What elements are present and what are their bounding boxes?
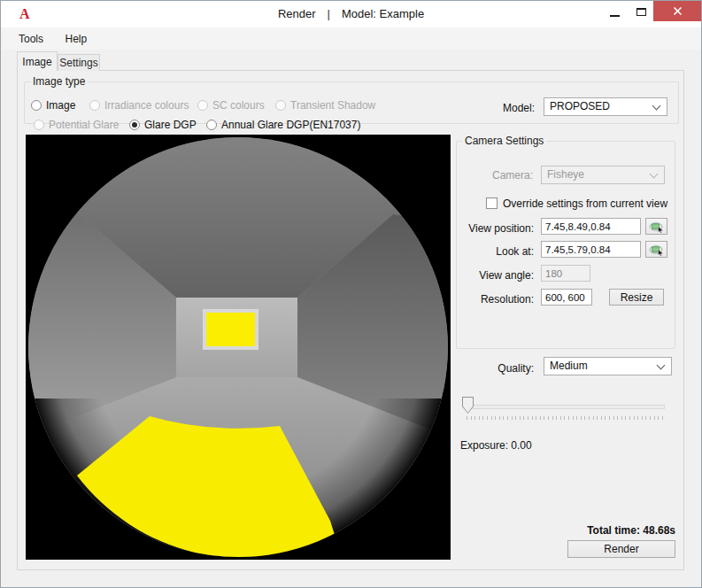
- camera-combobox-value: Fisheye: [547, 168, 584, 181]
- minimize-button[interactable]: [602, 1, 627, 23]
- exposure-slider-ticks: [467, 416, 663, 420]
- window-glare-patch: [206, 313, 255, 346]
- window-title-app: Render: [278, 7, 316, 20]
- radio-potential-glare: Potential Glare: [34, 119, 119, 131]
- radio-sc-colours: SC colours: [197, 99, 265, 112]
- quality-combobox-value: Medium: [550, 360, 588, 372]
- menu-help[interactable]: Help: [56, 28, 96, 50]
- chevron-down-icon: [657, 361, 666, 370]
- camera-label: Camera:: [457, 169, 533, 182]
- look-at-label: Look at:: [457, 245, 534, 258]
- model-combobox[interactable]: PROPOSED: [544, 97, 667, 116]
- model-combobox-value: PROPOSED: [550, 100, 610, 112]
- pick-view-position-button[interactable]: [645, 218, 667, 235]
- view-position-label: View position:: [457, 222, 534, 235]
- pick-point-icon: [649, 244, 665, 256]
- close-icon: [673, 6, 683, 16]
- view-angle-input: [541, 265, 590, 282]
- quality-combobox[interactable]: Medium: [544, 357, 672, 375]
- total-time-label: Total time: 48.68s: [497, 524, 675, 537]
- view-position-input[interactable]: [541, 218, 641, 235]
- radio-sc-icon: [197, 100, 208, 111]
- pick-look-at-button[interactable]: [645, 241, 667, 258]
- exposure-value-label: Exposure: 0.00: [460, 439, 532, 452]
- tab-settings[interactable]: Settings: [58, 54, 100, 71]
- fisheye-render-image: [26, 135, 451, 560]
- radio-irradiance-icon: [89, 100, 100, 111]
- close-button[interactable]: [653, 1, 702, 21]
- camera-combobox: Fisheye: [541, 166, 665, 184]
- radio-potential-glare-icon: [34, 120, 44, 130]
- render-button[interactable]: Render: [567, 540, 675, 558]
- look-at-input[interactable]: [541, 241, 641, 258]
- radio-transient-shadow: Transient Shadow: [275, 99, 375, 112]
- resolution-input[interactable]: [541, 289, 592, 306]
- chevron-down-icon: [650, 170, 659, 179]
- minimize-icon: [610, 15, 620, 17]
- image-type-legend: Image type: [30, 75, 88, 88]
- app-window: A Render|Model: Example Tools Help Image…: [0, 0, 702, 588]
- window-title: Render|Model: Example: [1, 7, 701, 20]
- render-viewport: [26, 135, 451, 560]
- window-title-separator: |: [328, 7, 330, 20]
- radio-glare-dgp[interactable]: Glare DGP: [129, 119, 197, 131]
- radio-glare-dgp-icon: [129, 120, 140, 130]
- resolution-label: Resolution:: [457, 293, 534, 306]
- titlebar: A Render|Model: Example: [1, 1, 701, 27]
- radio-image-icon: [31, 100, 42, 111]
- view-angle-label: View angle:: [457, 269, 534, 282]
- menu-tools[interactable]: Tools: [10, 28, 52, 50]
- pick-point-icon: [649, 220, 665, 233]
- radio-irradiance-colours: Irradiance colours: [89, 99, 189, 112]
- radio-transient-icon: [275, 100, 286, 111]
- camera-settings-legend: Camera Settings: [462, 135, 546, 147]
- window-title-model: Model: Example: [342, 7, 424, 20]
- override-checkbox[interactable]: [486, 197, 498, 209]
- image-type-group: Image type Image Irradiance colours SC c…: [24, 75, 679, 124]
- quality-label: Quality:: [444, 362, 534, 375]
- override-checkbox-label: Override settings from current view: [503, 197, 667, 210]
- radio-annual-glare-icon: [206, 120, 217, 130]
- exposure-slider-track[interactable]: [465, 405, 665, 409]
- menubar: Tools Help: [2, 27, 702, 50]
- chevron-down-icon: [652, 102, 661, 111]
- maximize-button[interactable]: [629, 1, 653, 23]
- tab-image[interactable]: Image: [17, 51, 58, 71]
- model-label: Model:: [450, 102, 535, 114]
- resize-button[interactable]: Resize: [609, 289, 664, 306]
- maximize-icon: [636, 8, 646, 16]
- camera-settings-group: Camera Settings Camera: Fisheye Override…: [456, 135, 675, 349]
- radio-annual-glare-dgp[interactable]: Annual Glare DGP(EN17037): [206, 119, 360, 131]
- radio-image[interactable]: Image: [31, 99, 75, 112]
